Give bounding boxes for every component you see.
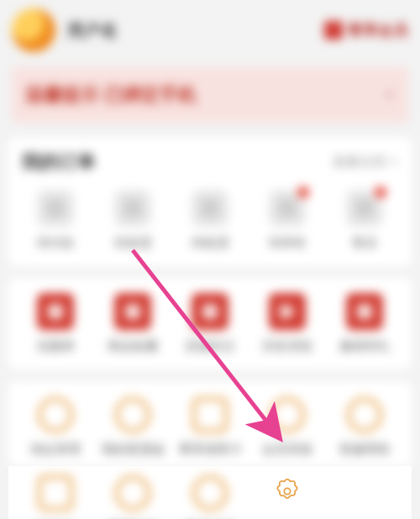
badge-dot — [296, 185, 311, 200]
svg-point-0 — [284, 488, 290, 494]
svc-address[interactable]: 地址管理 — [17, 393, 94, 461]
username: 用户名 — [67, 19, 118, 42]
services-card-row2: 红包卡 邀请好友 意见反馈 设置 — [8, 466, 412, 519]
tools-grid: 优惠券 商品收藏 店铺关注 历史浏览 邀请有礼 — [17, 290, 403, 358]
aftersale-icon — [346, 190, 383, 227]
svc-help[interactable]: 客服帮助 — [326, 393, 403, 461]
svc-guarantee[interactable]: 尊享保障卡 — [171, 393, 249, 461]
coupon-icon — [37, 293, 74, 330]
invite-icon — [346, 293, 383, 330]
svc-label: 会员等级 — [262, 442, 312, 458]
svc-feedback[interactable]: 意见反馈 — [171, 471, 249, 519]
order-item-pending-pay[interactable]: 待付款 — [17, 186, 94, 254]
help-icon — [346, 396, 383, 433]
vip-label: 尊享会员 — [348, 20, 408, 40]
tool-invite[interactable]: 邀请有礼 — [326, 290, 403, 358]
tool-label: 商品收藏 — [108, 338, 158, 354]
tool-favorites[interactable]: 商品收藏 — [94, 290, 171, 358]
orders-title: 我的订单 — [22, 149, 96, 175]
ship-icon — [114, 190, 151, 227]
notice-text: 温馨提示 已绑定手机 — [25, 82, 197, 107]
review-icon — [269, 190, 306, 227]
svc-label: 地址管理 — [30, 442, 81, 458]
points-icon — [114, 396, 151, 433]
order-item-pending-receive[interactable]: 待收货 — [171, 186, 249, 254]
services-card: 地址管理 我的星愿值 尊享保障卡 会员等级 客服帮助 — [8, 381, 412, 466]
profile-header: 用户名 尊享会员 — [0, 0, 420, 67]
tool-follow[interactable]: 店铺关注 — [171, 290, 249, 358]
services-row2: 红包卡 邀请好友 意见反馈 设置 — [17, 471, 403, 519]
order-label: 售后 — [352, 235, 377, 251]
level-icon — [269, 396, 306, 433]
follow-icon — [192, 293, 228, 330]
tool-label: 店铺关注 — [185, 338, 235, 354]
order-item-aftersale[interactable]: 售后 — [326, 186, 403, 254]
svc-empty — [326, 471, 403, 519]
avatar[interactable] — [12, 8, 55, 52]
order-label: 待发货 — [114, 235, 152, 251]
vip-badge[interactable]: 尊享会员 — [324, 20, 408, 40]
tool-label: 邀请有礼 — [339, 338, 390, 354]
svc-label: 我的星愿值 — [102, 442, 165, 458]
invite2-icon — [114, 474, 151, 511]
address-icon — [37, 396, 74, 433]
tool-coupons[interactable]: 优惠券 — [17, 290, 94, 358]
order-item-pending-ship[interactable]: 待发货 — [94, 186, 171, 254]
svc-level[interactable]: 会员等级 — [249, 393, 326, 461]
tool-history[interactable]: 历史浏览 — [249, 290, 326, 358]
pay-icon — [37, 190, 74, 227]
svc-label: 尊享保障卡 — [179, 442, 242, 458]
order-label: 待收货 — [192, 235, 229, 251]
order-label: 待评价 — [269, 235, 307, 251]
svc-points[interactable]: 我的星愿值 — [94, 393, 171, 461]
vip-icon — [324, 21, 343, 39]
tool-label: 历史浏览 — [262, 338, 312, 354]
close-icon[interactable]: × — [384, 84, 395, 106]
history-icon — [269, 293, 306, 330]
notice-banner[interactable]: 温馨提示 已绑定手机 × — [12, 67, 408, 123]
order-item-review[interactable]: 待评价 — [249, 186, 326, 254]
tool-label: 优惠券 — [37, 338, 75, 354]
svc-redpack[interactable]: 红包卡 — [17, 471, 94, 519]
tools-card: 优惠券 商品收藏 店铺关注 历史浏览 邀请有礼 — [8, 278, 412, 370]
feedback-icon — [192, 474, 228, 511]
services-row1: 地址管理 我的星愿值 尊享保障卡 会员等级 客服帮助 — [17, 393, 403, 461]
guarantee-icon — [192, 396, 228, 433]
receive-icon — [192, 190, 228, 227]
svc-invite[interactable]: 邀请好友 — [94, 471, 171, 519]
redpack-icon — [37, 474, 74, 511]
svc-label: 客服帮助 — [339, 442, 390, 458]
gear-icon — [270, 474, 304, 508]
orders-card: 我的订单 查看全部 > 待付款 待发货 待收货 待评价 售后 — [8, 138, 412, 266]
badge-dot — [373, 185, 388, 200]
orders-grid: 待付款 待发货 待收货 待评价 售后 — [17, 186, 403, 254]
orders-more[interactable]: 查看全部 > — [333, 154, 398, 171]
favorite-icon — [114, 293, 151, 330]
order-label: 待付款 — [37, 235, 75, 251]
svc-settings[interactable]: 设置 — [249, 471, 326, 519]
